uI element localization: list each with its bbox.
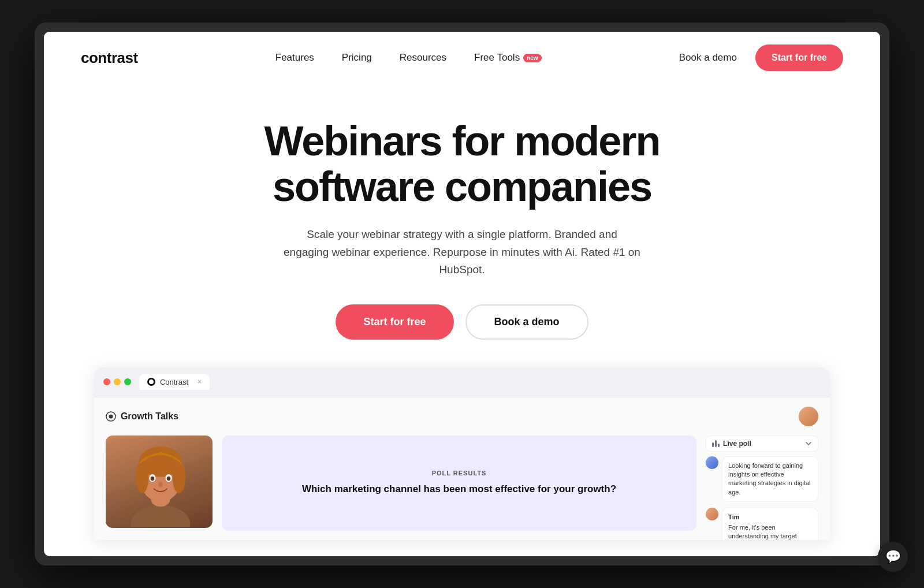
chevron-down-icon bbox=[805, 440, 812, 447]
nav-resources[interactable]: Resources bbox=[400, 52, 446, 64]
browser-tab: Contrast × bbox=[139, 374, 210, 390]
chat-text-2: For me, it's been understanding my targe… bbox=[728, 524, 804, 540]
browser-dots bbox=[103, 378, 131, 385]
hero-book-demo-button[interactable]: Book a demo bbox=[465, 304, 588, 340]
browser-bar: Contrast × bbox=[94, 367, 830, 397]
chat-bubble-1: Looking forward to gaining insights on e… bbox=[722, 456, 818, 503]
hero-title: Webinars for modern software companies bbox=[264, 118, 660, 210]
nav-right: Book a demo Start for free bbox=[679, 44, 843, 71]
nav-free-tools[interactable]: Free Tools new bbox=[474, 52, 542, 64]
new-badge: new bbox=[523, 54, 541, 62]
svg-point-8 bbox=[173, 460, 186, 493]
tab-close[interactable]: × bbox=[198, 378, 202, 386]
webinar-name: Growth Talks bbox=[121, 411, 178, 422]
chat-widget-icon: 💬 bbox=[885, 549, 901, 564]
chat-text-1: Looking forward to gaining insights on e… bbox=[728, 462, 810, 496]
chat-panel: Live poll bbox=[706, 436, 818, 531]
svg-point-13 bbox=[158, 482, 163, 487]
nav-links: Features Pricing Resources Free Tools ne… bbox=[275, 52, 542, 64]
chat-messages: Looking forward to gaining insights on e… bbox=[706, 456, 818, 540]
svg-point-12 bbox=[167, 476, 171, 481]
chat-message-1: Looking forward to gaining insights on e… bbox=[706, 456, 818, 503]
browser-container: Contrast × bbox=[94, 367, 830, 540]
live-poll-left: Live poll bbox=[712, 440, 751, 448]
logo: contrast bbox=[81, 49, 138, 67]
hero-buttons: Start for free Book a demo bbox=[336, 304, 588, 340]
monitor-frame: contrast Features Pricing Resources Free… bbox=[35, 23, 889, 565]
webinar-title-row: Growth Talks bbox=[106, 411, 178, 422]
dot-yellow bbox=[114, 378, 121, 385]
hero-start-free-button[interactable]: Start for free bbox=[336, 304, 453, 340]
dot-green bbox=[124, 378, 131, 385]
poll-panel: POLL RESULTS Which marketing channel has… bbox=[222, 436, 696, 531]
chat-bubble-2: Tim For me, it's been understanding my t… bbox=[722, 508, 818, 539]
hero-section: Webinars for modern software companies S… bbox=[44, 84, 880, 556]
nav-pricing[interactable]: Pricing bbox=[342, 52, 372, 64]
poll-question: Which marketing channel has been most ef… bbox=[302, 482, 616, 496]
live-poll-header: Live poll bbox=[706, 436, 818, 452]
svg-point-2 bbox=[109, 414, 113, 418]
chat-avatar-1 bbox=[706, 456, 718, 469]
tab-name: Contrast bbox=[160, 378, 188, 386]
nav-book-demo-link[interactable]: Book a demo bbox=[679, 52, 737, 64]
tab-icon bbox=[147, 378, 155, 386]
svg-point-0 bbox=[149, 379, 154, 384]
speaker-video bbox=[106, 436, 213, 528]
svg-point-3 bbox=[131, 505, 190, 527]
bar-chart-icon bbox=[712, 440, 720, 447]
chat-widget[interactable]: 💬 bbox=[878, 542, 908, 572]
avatar-small bbox=[799, 407, 818, 426]
webinar-content: Growth Talks bbox=[94, 397, 830, 540]
browser-section: Contrast × bbox=[44, 367, 880, 540]
screen: contrast Features Pricing Resources Free… bbox=[44, 32, 880, 556]
chat-user-2: Tim bbox=[728, 513, 812, 522]
hero-subtitle: Scale your webinar strategy with a singl… bbox=[283, 226, 641, 278]
webinar-icon bbox=[106, 411, 116, 422]
nav-start-free-button[interactable]: Start for free bbox=[755, 44, 843, 71]
svg-point-11 bbox=[151, 476, 155, 481]
webinar-header: Growth Talks bbox=[106, 407, 818, 426]
svg-point-7 bbox=[136, 460, 149, 493]
webinar-main: POLL RESULTS Which marketing channel has… bbox=[106, 436, 818, 531]
nav-features[interactable]: Features bbox=[275, 52, 314, 64]
poll-label: POLL RESULTS bbox=[432, 470, 487, 477]
navbar: contrast Features Pricing Resources Free… bbox=[44, 32, 880, 84]
chat-message-2: Tim For me, it's been understanding my t… bbox=[706, 508, 818, 539]
chat-avatar-2 bbox=[706, 508, 718, 520]
dot-red bbox=[103, 378, 110, 385]
